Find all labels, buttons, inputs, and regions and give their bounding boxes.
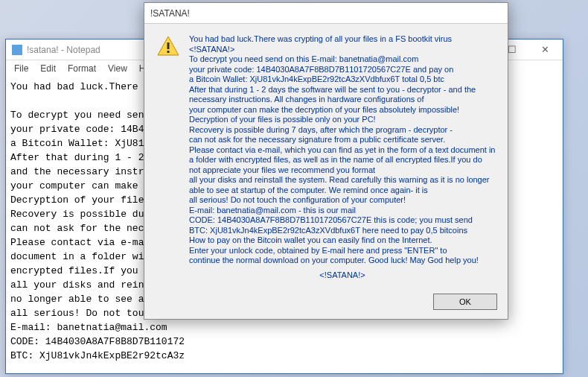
menu-edit[interactable]: Edit bbox=[35, 62, 61, 75]
notepad-icon bbox=[12, 45, 22, 55]
dialog-title: !SATANA! bbox=[150, 8, 190, 19]
ok-button[interactable]: OK bbox=[433, 294, 497, 310]
dialog-titlebar[interactable]: !SATANA! bbox=[144, 3, 508, 24]
svg-rect-0 bbox=[167, 42, 170, 49]
dialog-message: You had bad luck.There was crypting of a… bbox=[189, 34, 496, 280]
close-button[interactable]: ✕ bbox=[528, 40, 561, 60]
satana-dialog: !SATANA! You had bad luck.There was cryp… bbox=[144, 2, 508, 320]
svg-rect-1 bbox=[167, 51, 170, 53]
dialog-bottom-tag: <!SATANA!> bbox=[189, 270, 496, 281]
menu-view[interactable]: View bbox=[103, 62, 132, 75]
menu-file[interactable]: File bbox=[9, 62, 33, 75]
dialog-body-text: You had bad luck.There was crypting of a… bbox=[189, 34, 496, 266]
warning-icon bbox=[156, 34, 180, 60]
menu-format[interactable]: Format bbox=[63, 62, 101, 75]
